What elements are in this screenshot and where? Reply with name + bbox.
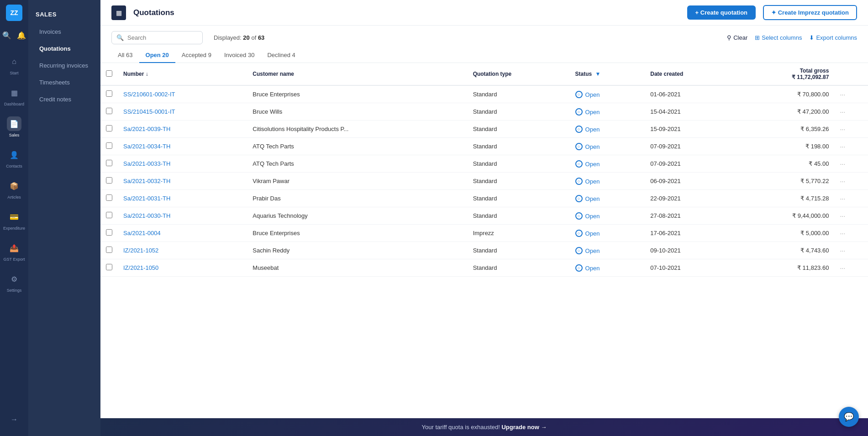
row-checkbox[interactable] (106, 177, 112, 184)
sidebar-item-start[interactable]: ⌂ Start (0, 50, 28, 80)
row-number[interactable]: IZ/2021-1052 (118, 242, 247, 259)
sidebar-item-contacts[interactable]: 👤 Contacts (0, 143, 28, 173)
sidebar-item-settings[interactable]: ⚙ Settings (0, 267, 28, 297)
sales-icon: 📄 (7, 116, 21, 131)
row-checkbox[interactable] (106, 247, 112, 253)
row-more[interactable]: ··· (834, 121, 868, 138)
row-number[interactable]: Sa/2021-0030-TH (118, 207, 247, 225)
row-quotation-type: Standard (468, 242, 570, 259)
upgrade-link[interactable]: Upgrade now → (501, 424, 547, 431)
row-checkbox[interactable] (106, 108, 112, 114)
sidebar-item-gst-export[interactable]: 📤 GST Export (0, 236, 28, 266)
table-row: Sa/2021-0031-TH Prabir Das Standard ○ Op… (100, 190, 868, 207)
status-circle-icon: ○ (575, 108, 583, 116)
row-more[interactable]: ··· (834, 190, 868, 207)
create-imprezz-quotation-button[interactable]: ✦ Create Imprezz quotation (763, 5, 857, 20)
row-more[interactable]: ··· (834, 207, 868, 225)
row-more[interactable]: ··· (834, 103, 868, 121)
search-icon[interactable]: 🔍 (2, 31, 11, 40)
status-circle-icon: ○ (575, 160, 583, 168)
row-total-gross: ₹ 70,800.00 (735, 85, 834, 103)
row-quotation-type: Imprezz (468, 225, 570, 242)
tab-invoiced[interactable]: Invoiced 30 (218, 48, 261, 63)
row-quotation-type: Standard (468, 190, 570, 207)
row-checkbox-cell (100, 225, 118, 242)
row-quotation-type: Standard (468, 173, 570, 190)
col-number[interactable]: Number ↓ (118, 63, 247, 85)
row-more[interactable]: ··· (834, 155, 868, 173)
tab-declined[interactable]: Declined 4 (261, 48, 301, 63)
col-status[interactable]: Status ▼ (570, 63, 645, 85)
create-quotation-button[interactable]: + Create quotation (687, 5, 756, 20)
select-columns-button[interactable]: ⊞ Select columns (755, 34, 802, 41)
row-checkbox[interactable] (106, 212, 112, 218)
row-date-created: 07-09-2021 (645, 155, 735, 173)
row-more[interactable]: ··· (834, 259, 868, 277)
row-more[interactable]: ··· (834, 138, 868, 155)
sidebar-item-invoices[interactable]: Invoices (32, 24, 97, 40)
row-status: ○ Open (570, 173, 645, 190)
sidebar-item-timesheets[interactable]: Timesheets (32, 74, 97, 90)
row-checkbox[interactable] (106, 142, 112, 149)
sidebar-item-sales[interactable]: 📄 Sales (0, 112, 28, 142)
row-number[interactable]: Sa/2021-0031-TH (118, 190, 247, 207)
row-total-gross: ₹ 4,743.60 (735, 242, 834, 259)
row-number[interactable]: Sa/2021-0032-TH (118, 173, 247, 190)
sidebar-item-articles[interactable]: 📦 Articles (0, 174, 28, 204)
expenditure-icon: 💳 (7, 210, 21, 224)
row-date-created: 27-08-2021 (645, 207, 735, 225)
col-quotation-type[interactable]: Quotation type (468, 63, 570, 85)
tab-all[interactable]: All 63 (111, 48, 139, 63)
row-more[interactable]: ··· (834, 225, 868, 242)
row-quotation-type: Standard (468, 259, 570, 277)
select-all-col (100, 63, 118, 85)
status-filter-icon[interactable]: ▼ (595, 71, 601, 77)
row-checkbox-cell (100, 173, 118, 190)
row-number[interactable]: Sa/2021-0033-TH (118, 155, 247, 173)
sidebar-item-logout[interactable]: → (0, 408, 28, 431)
search-input[interactable] (127, 34, 198, 41)
col-date-created[interactable]: Date created (645, 63, 735, 85)
sidebar-item-quotations[interactable]: Quotations (32, 41, 97, 57)
page-title: Quotations (133, 8, 680, 17)
row-number[interactable]: Sa/2021-0004 (118, 225, 247, 242)
row-number[interactable]: SS/210415-0001-IT (118, 103, 247, 121)
sidebar-item-recurring-invoices[interactable]: Recurring invoices (32, 58, 97, 74)
row-more[interactable]: ··· (834, 173, 868, 190)
sidebar-item-expenditure[interactable]: 💳 Expenditure (0, 205, 28, 235)
row-checkbox[interactable] (106, 125, 112, 131)
tab-open[interactable]: Open 20 (139, 48, 175, 63)
export-icon: ⬇ (809, 34, 814, 41)
row-number[interactable]: SS/210601-0002-IT (118, 85, 247, 103)
select-all-checkbox[interactable] (106, 70, 112, 77)
status-circle-icon: ○ (575, 212, 583, 220)
search-box[interactable]: 🔍 (111, 31, 203, 44)
row-more[interactable]: ··· (834, 242, 868, 259)
col-customer-name[interactable]: Customer name (247, 63, 467, 85)
contacts-icon: 👤 (7, 147, 21, 162)
top-actions: 🔍 🔔 (0, 29, 30, 42)
chat-bubble[interactable]: 💬 (839, 407, 859, 427)
row-checkbox[interactable] (106, 229, 112, 236)
clear-button[interactable]: ⚲ Clear (727, 34, 747, 41)
status-circle-icon: ○ (575, 126, 583, 133)
sidebar-item-dashboard[interactable]: ▦ Dashboard (0, 81, 28, 111)
table-row: IZ/2021-1052 Sachin Reddy Standard ○ Ope… (100, 242, 868, 259)
app-logo[interactable]: ZZ (6, 5, 22, 21)
row-number[interactable]: IZ/2021-1050 (118, 259, 247, 277)
row-number[interactable]: Sa/2021-0039-TH (118, 121, 247, 138)
row-checkbox[interactable] (106, 194, 112, 201)
row-number[interactable]: Sa/2021-0034-TH (118, 138, 247, 155)
row-quotation-type: Standard (468, 138, 570, 155)
row-checkbox[interactable] (106, 90, 112, 97)
export-columns-button[interactable]: ⬇ Export columns (809, 34, 857, 41)
row-more[interactable]: ··· (834, 85, 868, 103)
row-checkbox[interactable] (106, 264, 112, 270)
quotations-table-container: Number ↓ Customer name Quotation type St… (100, 63, 868, 418)
row-checkbox[interactable] (106, 160, 112, 166)
bell-icon[interactable]: 🔔 (17, 31, 26, 40)
settings-icon: ⚙ (7, 272, 21, 286)
sidebar-item-credit-notes[interactable]: Credit notes (32, 91, 97, 107)
tab-accepted[interactable]: Accepted 9 (175, 48, 218, 63)
table-header-row: Number ↓ Customer name Quotation type St… (100, 63, 868, 85)
